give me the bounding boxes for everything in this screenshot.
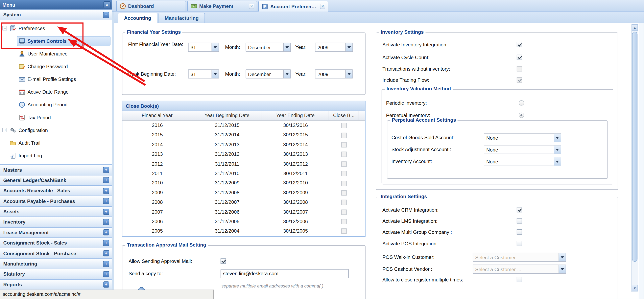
expand-section-icon[interactable]: + — [103, 198, 109, 204]
dropdown-trigger-icon[interactable] — [346, 43, 352, 52]
close-book-checkbox[interactable] — [341, 219, 346, 224]
book-year-combo[interactable]: 2009 — [315, 70, 353, 78]
tree-item-email-profile-settings[interactable]: E-mail Profile Settings — [0, 73, 112, 86]
sidebar-item-inventory[interactable]: Inventory+ — [0, 217, 112, 227]
close-book-checkbox[interactable] — [341, 162, 346, 167]
sidebar-item-consignment-stock-sales[interactable]: Consignment Stock - Sales+ — [0, 238, 112, 248]
dropdown-trigger-icon[interactable] — [559, 253, 566, 261]
sidebar-item-masters[interactable]: Masters+ — [0, 164, 112, 175]
tree-item-system-controls[interactable]: System Controls — [0, 35, 112, 48]
vertical-scrollbar[interactable]: ▲ ▼ — [631, 24, 638, 292]
close-book-checkbox[interactable] — [341, 228, 346, 234]
tab-manufacturing[interactable]: Manufacturing — [158, 13, 205, 22]
inventory-account-combo[interactable]: None — [484, 157, 561, 166]
column-header-year-ending-date[interactable]: Year Ending Date — [262, 111, 329, 120]
tree-item-tax-period[interactable]: Tax Period — [0, 111, 112, 124]
cogs-account-combo[interactable]: None — [484, 133, 561, 142]
expand-node-icon[interactable] — [2, 128, 7, 132]
close-book-checkbox[interactable] — [341, 123, 346, 128]
first-day-combo[interactable]: 31 — [188, 43, 219, 52]
activate-cycle-count-checkbox[interactable] — [517, 55, 522, 60]
expand-section-icon[interactable]: + — [103, 177, 109, 184]
tab-account-preferences[interactable]: Account Preferences ✕ — [258, 1, 328, 12]
tree-item-active-date-range[interactable]: Active Date Range — [0, 86, 112, 98]
tree-item-import-log[interactable]: Import Log — [0, 149, 112, 162]
column-header-financial-year[interactable]: Financial Year — [122, 111, 192, 120]
expand-section-icon[interactable]: + — [103, 188, 109, 194]
close-book-checkbox[interactable] — [341, 152, 346, 157]
dropdown-trigger-icon[interactable] — [346, 70, 352, 78]
dropdown-trigger-icon[interactable] — [554, 157, 561, 166]
scroll-up-icon[interactable]: ▲ — [632, 24, 638, 31]
close-tab-icon[interactable]: ✕ — [320, 4, 325, 9]
tab-accounting[interactable]: Accounting — [118, 13, 157, 23]
sidebar-item-consignment-stock-purchase[interactable]: Consignment Stock - Purchase+ — [0, 248, 112, 258]
column-header-close-book[interactable]: Close B... — [329, 111, 359, 120]
sidebar-item-accounts-payable[interactable]: Accounts Payable - Purchases+ — [0, 196, 112, 206]
sidebar-section-system[interactable]: System − — [0, 10, 112, 20]
activate-multi-group-company-checkbox[interactable] — [517, 229, 522, 234]
close-book-checkbox[interactable] — [341, 132, 346, 138]
transactions-without-inventory-checkbox[interactable] — [517, 66, 522, 72]
tree-item-accounting-period[interactable]: Accounting Period — [0, 98, 112, 111]
dropdown-trigger-icon[interactable] — [554, 146, 561, 154]
tab-dashboard[interactable]: Dashboard — [116, 1, 186, 11]
pos-cashout-vendor-combo[interactable]: Select a Customer ... — [473, 264, 566, 274]
column-header-year-beginning-date[interactable]: Year Beginning Date — [192, 111, 262, 120]
expand-section-icon[interactable]: + — [103, 250, 109, 256]
dropdown-trigger-icon[interactable] — [559, 265, 566, 273]
sidebar-item-manufacturing[interactable]: Manufacturing+ — [0, 258, 112, 269]
send-copy-input[interactable] — [221, 269, 349, 278]
periodic-inventory-radio[interactable] — [519, 100, 524, 106]
expand-section-icon[interactable]: + — [103, 167, 109, 173]
activate-pos-integration-checkbox[interactable] — [517, 241, 522, 246]
tree-item-change-password[interactable]: Change Password — [0, 60, 112, 73]
activate-crm-integration-checkbox[interactable] — [517, 207, 522, 212]
expand-section-icon[interactable]: + — [103, 230, 109, 236]
include-trading-flow-checkbox[interactable] — [517, 77, 522, 82]
first-year-combo[interactable]: 2009 — [315, 43, 353, 52]
dropdown-trigger-icon[interactable] — [284, 70, 290, 78]
sidebar-item-lease-management[interactable]: Lease Management+ — [0, 227, 112, 238]
dropdown-trigger-icon[interactable] — [212, 70, 219, 78]
sidebar-collapse-icon[interactable]: « — [104, 1, 110, 8]
expand-section-icon[interactable]: + — [103, 261, 109, 267]
tab-make-payment[interactable]: Make Payment ✕ — [187, 1, 257, 11]
close-book-checkbox[interactable] — [341, 190, 346, 196]
activate-lms-integration-checkbox[interactable] — [517, 218, 522, 223]
allow-close-register-checkbox[interactable] — [517, 277, 522, 282]
expand-section-icon[interactable]: + — [103, 240, 109, 246]
stock-adjustment-account-combo[interactable]: None — [484, 145, 561, 154]
sidebar-item-assets[interactable]: Assets+ — [0, 206, 112, 217]
sidebar-item-statutory[interactable]: Statutory+ — [0, 269, 112, 279]
close-book-checkbox[interactable] — [341, 210, 346, 215]
first-month-combo[interactable]: December — [246, 43, 291, 52]
dropdown-trigger-icon[interactable] — [284, 43, 290, 52]
activate-inventory-integration-checkbox[interactable] — [517, 42, 522, 47]
sidebar-item-general-ledger[interactable]: General Ledger/Cash/Bank+ — [0, 175, 112, 186]
tree-item-user-maintenance[interactable]: User Maintenance — [0, 48, 112, 60]
expand-section-icon[interactable]: + — [103, 208, 109, 215]
scroll-down-icon[interactable]: ▼ — [632, 285, 638, 291]
collapse-node-icon[interactable] — [2, 26, 7, 30]
tree-item-audit-trail[interactable]: Audit Trail — [0, 136, 112, 149]
book-day-combo[interactable]: 31 — [188, 70, 219, 78]
perpetual-inventory-radio[interactable] — [519, 112, 524, 118]
tree-item-configuration[interactable]: Configuration — [0, 124, 112, 136]
dropdown-trigger-icon[interactable] — [212, 43, 219, 52]
expand-section-icon[interactable]: + — [103, 219, 109, 225]
scrollbar-thumb[interactable] — [632, 32, 637, 262]
close-book-checkbox[interactable] — [341, 200, 346, 205]
allow-approval-mail-checkbox[interactable] — [221, 258, 226, 264]
close-book-checkbox[interactable] — [341, 171, 346, 176]
pos-walkin-customer-combo[interactable]: Select a Customer ... — [473, 252, 566, 262]
sidebar-item-reports[interactable]: Reports+ — [0, 279, 112, 290]
dropdown-trigger-icon[interactable] — [554, 134, 561, 142]
close-book-checkbox[interactable] — [341, 142, 346, 148]
close-book-checkbox[interactable] — [341, 180, 346, 186]
book-month-combo[interactable]: December — [246, 70, 291, 78]
close-tab-icon[interactable]: ✕ — [249, 4, 254, 9]
expand-section-icon[interactable]: + — [103, 282, 109, 288]
sidebar-item-accounts-receivable[interactable]: Accounts Receivable - Sales+ — [0, 186, 112, 196]
collapse-section-icon[interactable]: − — [103, 12, 109, 18]
